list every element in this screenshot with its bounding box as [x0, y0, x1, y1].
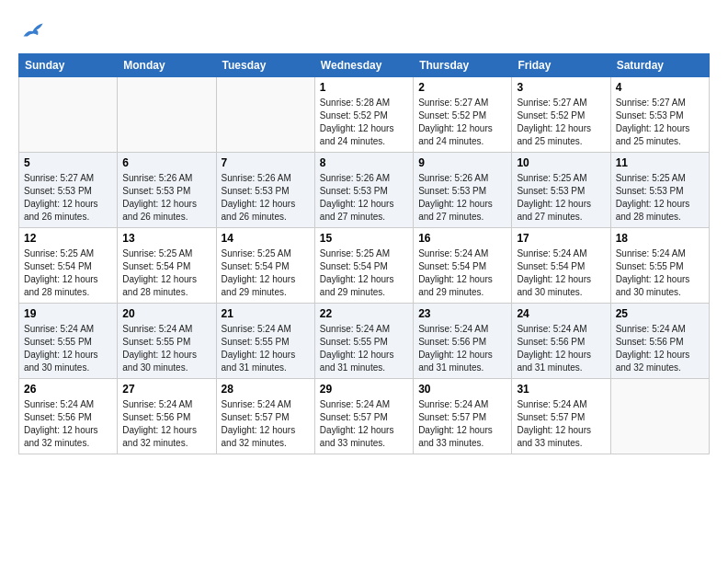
day-number: 15	[320, 232, 408, 245]
calendar-cell: 14Sunrise: 5:25 AMSunset: 5:54 PMDayligh…	[216, 228, 314, 304]
logo-icon	[18, 18, 44, 44]
day-number: 11	[616, 156, 704, 169]
page-header	[18, 18, 710, 44]
calendar-cell: 28Sunrise: 5:24 AMSunset: 5:57 PMDayligh…	[216, 379, 314, 454]
calendar-cell: 9Sunrise: 5:26 AMSunset: 5:53 PMDaylight…	[414, 153, 512, 228]
day-number: 1	[320, 81, 408, 94]
day-info: Sunrise: 5:24 AMSunset: 5:56 PMDaylight:…	[122, 398, 210, 450]
day-number: 31	[517, 383, 605, 396]
day-info: Sunrise: 5:24 AMSunset: 5:54 PMDaylight:…	[418, 247, 506, 299]
day-header-monday: Monday	[118, 54, 216, 77]
day-number: 27	[122, 383, 210, 396]
calendar-cell: 6Sunrise: 5:26 AMSunset: 5:53 PMDaylight…	[118, 153, 216, 228]
day-info: Sunrise: 5:25 AMSunset: 5:54 PMDaylight:…	[122, 247, 210, 299]
calendar-week-row: 19Sunrise: 5:24 AMSunset: 5:55 PMDayligh…	[19, 304, 710, 379]
calendar-cell: 19Sunrise: 5:24 AMSunset: 5:55 PMDayligh…	[19, 304, 118, 379]
day-info: Sunrise: 5:24 AMSunset: 5:56 PMDaylight:…	[517, 323, 605, 374]
calendar-cell	[610, 379, 709, 454]
day-info: Sunrise: 5:28 AMSunset: 5:52 PMDaylight:…	[320, 97, 408, 148]
calendar-table: SundayMondayTuesdayWednesdayThursdayFrid…	[18, 53, 710, 454]
day-info: Sunrise: 5:24 AMSunset: 5:55 PMDaylight:…	[222, 323, 310, 374]
day-number: 30	[418, 383, 506, 396]
day-info: Sunrise: 5:25 AMSunset: 5:54 PMDaylight:…	[24, 247, 112, 299]
calendar-cell: 29Sunrise: 5:24 AMSunset: 5:57 PMDayligh…	[314, 379, 413, 454]
day-info: Sunrise: 5:24 AMSunset: 5:54 PMDaylight:…	[517, 247, 605, 299]
day-number: 17	[517, 232, 605, 245]
day-number: 16	[418, 232, 506, 245]
calendar-cell: 11Sunrise: 5:25 AMSunset: 5:53 PMDayligh…	[610, 153, 709, 228]
calendar-cell: 12Sunrise: 5:25 AMSunset: 5:54 PMDayligh…	[19, 228, 118, 304]
day-number: 20	[122, 307, 210, 320]
calendar-cell: 4Sunrise: 5:27 AMSunset: 5:53 PMDaylight…	[610, 77, 709, 153]
day-number: 4	[616, 81, 704, 94]
day-number: 23	[418, 307, 506, 320]
day-info: Sunrise: 5:24 AMSunset: 5:55 PMDaylight:…	[122, 323, 210, 374]
calendar-week-row: 26Sunrise: 5:24 AMSunset: 5:56 PMDayligh…	[19, 379, 710, 454]
day-info: Sunrise: 5:25 AMSunset: 5:53 PMDaylight:…	[616, 172, 704, 224]
day-number: 21	[222, 307, 310, 320]
day-number: 9	[418, 156, 506, 169]
day-number: 22	[320, 307, 408, 320]
day-info: Sunrise: 5:25 AMSunset: 5:53 PMDaylight:…	[517, 172, 605, 224]
calendar-header-row: SundayMondayTuesdayWednesdayThursdayFrid…	[19, 54, 710, 77]
day-header-saturday: Saturday	[610, 54, 709, 77]
calendar-cell: 22Sunrise: 5:24 AMSunset: 5:55 PMDayligh…	[314, 304, 413, 379]
day-info: Sunrise: 5:24 AMSunset: 5:56 PMDaylight:…	[616, 323, 704, 374]
calendar-cell: 8Sunrise: 5:26 AMSunset: 5:53 PMDaylight…	[314, 153, 413, 228]
calendar-cell: 16Sunrise: 5:24 AMSunset: 5:54 PMDayligh…	[414, 228, 512, 304]
day-number: 18	[616, 232, 704, 245]
calendar-cell: 15Sunrise: 5:25 AMSunset: 5:54 PMDayligh…	[314, 228, 413, 304]
calendar-cell: 30Sunrise: 5:24 AMSunset: 5:57 PMDayligh…	[414, 379, 512, 454]
day-number: 14	[222, 232, 310, 245]
day-info: Sunrise: 5:24 AMSunset: 5:57 PMDaylight:…	[517, 398, 605, 450]
calendar-cell: 10Sunrise: 5:25 AMSunset: 5:53 PMDayligh…	[512, 153, 610, 228]
calendar-cell: 5Sunrise: 5:27 AMSunset: 5:53 PMDaylight…	[19, 153, 118, 228]
day-info: Sunrise: 5:27 AMSunset: 5:53 PMDaylight:…	[24, 172, 112, 224]
day-number: 24	[517, 307, 605, 320]
day-info: Sunrise: 5:24 AMSunset: 5:56 PMDaylight:…	[24, 398, 112, 450]
day-header-tuesday: Tuesday	[216, 54, 314, 77]
day-info: Sunrise: 5:26 AMSunset: 5:53 PMDaylight:…	[320, 172, 408, 224]
day-info: Sunrise: 5:26 AMSunset: 5:53 PMDaylight:…	[222, 172, 310, 224]
calendar-cell: 24Sunrise: 5:24 AMSunset: 5:56 PMDayligh…	[512, 304, 610, 379]
day-info: Sunrise: 5:26 AMSunset: 5:53 PMDaylight:…	[418, 172, 506, 224]
calendar-cell: 7Sunrise: 5:26 AMSunset: 5:53 PMDaylight…	[216, 153, 314, 228]
day-number: 10	[517, 156, 605, 169]
calendar-cell: 18Sunrise: 5:24 AMSunset: 5:55 PMDayligh…	[610, 228, 709, 304]
day-number: 25	[616, 307, 704, 320]
calendar-cell	[118, 77, 216, 153]
day-number: 3	[517, 81, 605, 94]
calendar-cell: 31Sunrise: 5:24 AMSunset: 5:57 PMDayligh…	[512, 379, 610, 454]
calendar-cell: 13Sunrise: 5:25 AMSunset: 5:54 PMDayligh…	[118, 228, 216, 304]
calendar-cell	[19, 77, 118, 153]
calendar-cell: 2Sunrise: 5:27 AMSunset: 5:52 PMDaylight…	[414, 77, 512, 153]
day-info: Sunrise: 5:24 AMSunset: 5:57 PMDaylight:…	[418, 398, 506, 450]
day-number: 19	[24, 307, 112, 320]
calendar-cell: 23Sunrise: 5:24 AMSunset: 5:56 PMDayligh…	[414, 304, 512, 379]
calendar-cell	[216, 77, 314, 153]
day-number: 2	[418, 81, 506, 94]
calendar-cell: 27Sunrise: 5:24 AMSunset: 5:56 PMDayligh…	[118, 379, 216, 454]
day-number: 13	[122, 232, 210, 245]
day-info: Sunrise: 5:24 AMSunset: 5:55 PMDaylight:…	[616, 247, 704, 299]
day-info: Sunrise: 5:27 AMSunset: 5:52 PMDaylight:…	[418, 97, 506, 148]
day-info: Sunrise: 5:24 AMSunset: 5:57 PMDaylight:…	[320, 398, 408, 450]
day-header-wednesday: Wednesday	[314, 54, 413, 77]
day-info: Sunrise: 5:26 AMSunset: 5:53 PMDaylight:…	[122, 172, 210, 224]
day-info: Sunrise: 5:24 AMSunset: 5:57 PMDaylight:…	[222, 398, 310, 450]
calendar-week-row: 12Sunrise: 5:25 AMSunset: 5:54 PMDayligh…	[19, 228, 710, 304]
day-number: 6	[122, 156, 210, 169]
calendar-week-row: 1Sunrise: 5:28 AMSunset: 5:52 PMDaylight…	[19, 77, 710, 153]
calendar-cell: 17Sunrise: 5:24 AMSunset: 5:54 PMDayligh…	[512, 228, 610, 304]
day-info: Sunrise: 5:27 AMSunset: 5:52 PMDaylight:…	[517, 97, 605, 148]
day-info: Sunrise: 5:24 AMSunset: 5:55 PMDaylight:…	[24, 323, 112, 374]
logo	[18, 18, 48, 44]
calendar-cell: 20Sunrise: 5:24 AMSunset: 5:55 PMDayligh…	[118, 304, 216, 379]
day-number: 5	[24, 156, 112, 169]
day-info: Sunrise: 5:25 AMSunset: 5:54 PMDaylight:…	[222, 247, 310, 299]
day-number: 12	[24, 232, 112, 245]
day-number: 29	[320, 383, 408, 396]
day-number: 26	[24, 383, 112, 396]
day-number: 8	[320, 156, 408, 169]
calendar-cell: 25Sunrise: 5:24 AMSunset: 5:56 PMDayligh…	[610, 304, 709, 379]
